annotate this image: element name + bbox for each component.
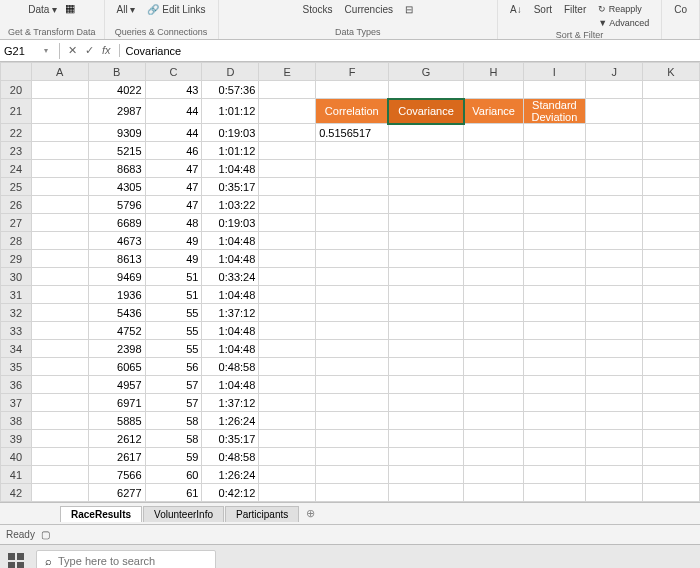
cell-G37[interactable] <box>388 394 463 412</box>
row-header-27[interactable]: 27 <box>1 214 32 232</box>
name-box-dropdown-icon[interactable]: ▾ <box>44 46 48 55</box>
cell-A35[interactable] <box>31 358 88 376</box>
cell-K27[interactable] <box>643 214 700 232</box>
cell-J40[interactable] <box>586 448 643 466</box>
name-box[interactable]: ▾ <box>0 43 60 59</box>
add-sheet-button[interactable]: ⊕ <box>300 505 321 522</box>
column-header-F[interactable]: F <box>316 63 389 81</box>
cell-C29[interactable]: 49 <box>145 250 202 268</box>
cell-D40[interactable]: 0:48:58 <box>202 448 259 466</box>
cell-F29[interactable] <box>316 250 389 268</box>
cell-E34[interactable] <box>259 340 316 358</box>
cell-A37[interactable] <box>31 394 88 412</box>
cell-H28[interactable] <box>464 232 523 250</box>
cell-I32[interactable] <box>523 304 586 322</box>
cell-F30[interactable] <box>316 268 389 286</box>
sort-button[interactable]: Sort <box>530 2 556 30</box>
cell-A25[interactable] <box>31 178 88 196</box>
cell-A34[interactable] <box>31 340 88 358</box>
cell-I29[interactable] <box>523 250 586 268</box>
row-header-25[interactable]: 25 <box>1 178 32 196</box>
cell-B24[interactable]: 8683 <box>88 160 145 178</box>
cell-J23[interactable] <box>586 142 643 160</box>
cell-E35[interactable] <box>259 358 316 376</box>
row-header-31[interactable]: 31 <box>1 286 32 304</box>
cell-K29[interactable] <box>643 250 700 268</box>
cell-D24[interactable]: 1:04:48 <box>202 160 259 178</box>
cell-C22[interactable]: 44 <box>145 124 202 142</box>
cell-E37[interactable] <box>259 394 316 412</box>
cell-K41[interactable] <box>643 466 700 484</box>
cell-G32[interactable] <box>388 304 463 322</box>
cell-J32[interactable] <box>586 304 643 322</box>
cell-I34[interactable] <box>523 340 586 358</box>
cell-A33[interactable] <box>31 322 88 340</box>
sheet-tab-raceresults[interactable]: RaceResults <box>60 506 142 522</box>
cell-H32[interactable] <box>464 304 523 322</box>
cell-F39[interactable] <box>316 430 389 448</box>
cell-J31[interactable] <box>586 286 643 304</box>
cell-H29[interactable] <box>464 250 523 268</box>
cell-I22[interactable] <box>523 124 586 142</box>
cell-K30[interactable] <box>643 268 700 286</box>
cell-C31[interactable]: 51 <box>145 286 202 304</box>
cell-I40[interactable] <box>523 448 586 466</box>
cell-B39[interactable]: 2612 <box>88 430 145 448</box>
cell-G28[interactable] <box>388 232 463 250</box>
cell-D32[interactable]: 1:37:12 <box>202 304 259 322</box>
cell-H36[interactable] <box>464 376 523 394</box>
cell-J36[interactable] <box>586 376 643 394</box>
cell-A29[interactable] <box>31 250 88 268</box>
cell-K22[interactable] <box>643 124 700 142</box>
cell-D36[interactable]: 1:04:48 <box>202 376 259 394</box>
cell-D25[interactable]: 0:35:17 <box>202 178 259 196</box>
cell-A32[interactable] <box>31 304 88 322</box>
cell-E39[interactable] <box>259 430 316 448</box>
cell-H30[interactable] <box>464 268 523 286</box>
name-box-input[interactable] <box>4 45 44 57</box>
cell-E38[interactable] <box>259 412 316 430</box>
cell-I20[interactable] <box>523 81 586 99</box>
cell-K42[interactable] <box>643 484 700 502</box>
cell-A31[interactable] <box>31 286 88 304</box>
cell-B22[interactable]: 9309 <box>88 124 145 142</box>
cell-H38[interactable] <box>464 412 523 430</box>
cell-H35[interactable] <box>464 358 523 376</box>
cell-H24[interactable] <box>464 160 523 178</box>
cell-C41[interactable]: 60 <box>145 466 202 484</box>
cell-E33[interactable] <box>259 322 316 340</box>
cell-K33[interactable] <box>643 322 700 340</box>
cell-G26[interactable] <box>388 196 463 214</box>
taskbar-search[interactable]: ⌕ <box>36 550 216 569</box>
cell-G35[interactable] <box>388 358 463 376</box>
cell-K28[interactable] <box>643 232 700 250</box>
cell-I27[interactable] <box>523 214 586 232</box>
cell-K31[interactable] <box>643 286 700 304</box>
cell-K35[interactable] <box>643 358 700 376</box>
cell-G36[interactable] <box>388 376 463 394</box>
cell-D34[interactable]: 1:04:48 <box>202 340 259 358</box>
cell-D37[interactable]: 1:37:12 <box>202 394 259 412</box>
cell-C36[interactable]: 57 <box>145 376 202 394</box>
cell-A28[interactable] <box>31 232 88 250</box>
cell-K40[interactable] <box>643 448 700 466</box>
cell-D30[interactable]: 0:33:24 <box>202 268 259 286</box>
row-header-32[interactable]: 32 <box>1 304 32 322</box>
cell-F25[interactable] <box>316 178 389 196</box>
fx-icon[interactable]: fx <box>100 44 113 57</box>
cell-H22[interactable] <box>464 124 523 142</box>
column-header-K[interactable]: K <box>643 63 700 81</box>
cell-I35[interactable] <box>523 358 586 376</box>
cell-B36[interactable]: 4957 <box>88 376 145 394</box>
column-header-E[interactable]: E <box>259 63 316 81</box>
cell-J33[interactable] <box>586 322 643 340</box>
cell-C23[interactable]: 46 <box>145 142 202 160</box>
cell-G24[interactable] <box>388 160 463 178</box>
cell-G33[interactable] <box>388 322 463 340</box>
cell-H37[interactable] <box>464 394 523 412</box>
cell-G30[interactable] <box>388 268 463 286</box>
row-header-26[interactable]: 26 <box>1 196 32 214</box>
cell-D23[interactable]: 1:01:12 <box>202 142 259 160</box>
cell-G22[interactable] <box>388 124 463 142</box>
cell-A39[interactable] <box>31 430 88 448</box>
